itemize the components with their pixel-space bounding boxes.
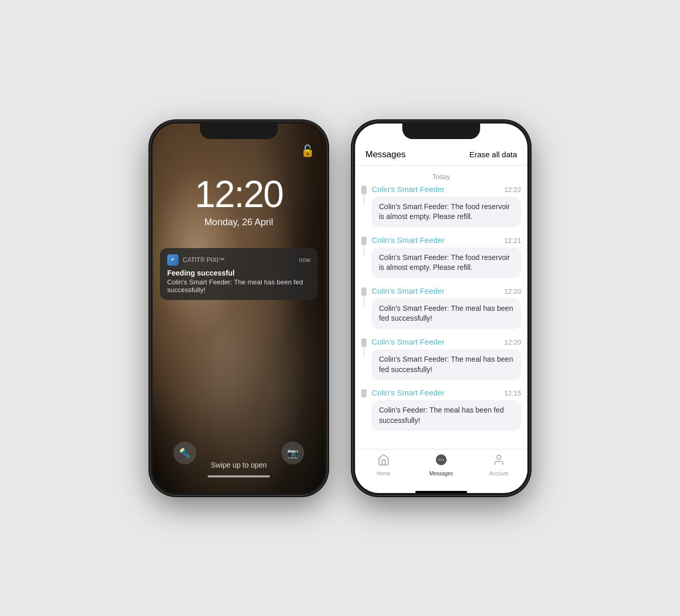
home-indicator bbox=[208, 475, 270, 477]
message-sender-row: Colin's Smart Feeder 12:21 bbox=[372, 236, 521, 244]
notification-header: P CATIT® PIXI™ now bbox=[167, 254, 310, 266]
timeline-connector-2 bbox=[361, 236, 366, 255]
message-content-1: Colin's Smart Feeder 12:22 Colin's Smart… bbox=[372, 185, 521, 227]
timeline-dot bbox=[361, 389, 366, 398]
home-indicator-messages bbox=[415, 491, 467, 493]
message-content-4: Colin's Smart Feeder 12:20 Colin's Smart… bbox=[372, 337, 521, 380]
nav-messages[interactable]: Messages bbox=[413, 454, 470, 476]
timeline-dot bbox=[361, 338, 366, 347]
nav-home[interactable]: Home bbox=[355, 454, 413, 476]
svg-point-4 bbox=[497, 455, 501, 459]
message-sender: Colin's Smart Feeder bbox=[372, 337, 444, 346]
timeline-line bbox=[363, 347, 364, 357]
message-bubble: Colin's Feeder: The meal has been fed su… bbox=[372, 400, 521, 431]
message-sender-row: Colin's Smart Feeder 12:20 bbox=[372, 286, 521, 295]
messages-nav-icon bbox=[435, 454, 447, 469]
phones-container: 🔓 12:20 Monday, 26 April P CATIT® PIXI™ bbox=[0, 0, 680, 616]
message-item: Colin's Smart Feeder 12:21 Colin's Smart… bbox=[361, 236, 521, 278]
home-nav-label: Home bbox=[377, 471, 391, 476]
notif-app-info: P CATIT® PIXI™ bbox=[167, 254, 225, 266]
lock-date: Monday, 26 April bbox=[153, 217, 325, 228]
message-item: Colin's Smart Feeder 12:15 Colin's Feede… bbox=[361, 388, 521, 431]
message-time: 12:21 bbox=[504, 237, 521, 244]
notif-body: Colin's Smart Feeder: The meal has been … bbox=[167, 278, 310, 294]
message-sender: Colin's Smart Feeder bbox=[372, 388, 444, 397]
timeline-dot bbox=[361, 237, 366, 245]
message-time: 12:22 bbox=[504, 186, 521, 194]
message-sender: Colin's Smart Feeder bbox=[372, 185, 444, 194]
message-sender-row: Colin's Smart Feeder 12:20 bbox=[372, 337, 521, 346]
message-bubble: Colin's Smart Feeder: The food reservoir… bbox=[372, 197, 521, 227]
timeline-dot bbox=[361, 186, 366, 194]
lockscreen: 🔓 12:20 Monday, 26 April P CATIT® PIXI™ bbox=[153, 124, 325, 493]
messages-list: Colin's Smart Feeder 12:22 Colin's Smart… bbox=[355, 185, 527, 449]
message-time: 12:15 bbox=[504, 389, 521, 397]
svg-point-2 bbox=[441, 459, 442, 460]
notif-app-icon: P bbox=[167, 254, 179, 266]
timeline-connector-4 bbox=[361, 337, 366, 357]
timeline-dot bbox=[361, 288, 366, 296]
messages-title: Messages bbox=[365, 149, 405, 160]
swipe-up-text: Swipe up to open bbox=[153, 461, 325, 469]
message-sender-row: Colin's Smart Feeder 12:22 bbox=[372, 185, 521, 194]
message-time: 12:20 bbox=[504, 288, 521, 295]
message-sender: Colin's Smart Feeder bbox=[372, 286, 444, 295]
lockscreen-time-area: 12:20 Monday, 26 April bbox=[153, 175, 325, 228]
message-content-3: Colin's Smart Feeder 12:20 Colin's Smart… bbox=[372, 286, 521, 329]
lock-time: 12:20 bbox=[153, 175, 325, 213]
message-bubble: Colin's Smart Feeder: The meal has been … bbox=[372, 298, 521, 329]
message-bubble: Colin's Smart Feeder: The food reservoir… bbox=[372, 248, 521, 278]
notch bbox=[200, 124, 278, 139]
unlock-icon: 🔓 bbox=[301, 144, 315, 158]
nav-account[interactable]: Account bbox=[470, 454, 527, 476]
timeline-line bbox=[363, 194, 364, 204]
svg-point-1 bbox=[439, 459, 440, 460]
message-content-5: Colin's Smart Feeder 12:15 Colin's Feede… bbox=[372, 388, 521, 431]
message-content-2: Colin's Smart Feeder 12:21 Colin's Smart… bbox=[372, 236, 521, 278]
notif-time: now bbox=[299, 256, 310, 264]
messages-nav-label: Messages bbox=[429, 471, 453, 476]
erase-all-button[interactable]: Erase all data bbox=[469, 150, 517, 159]
phone-lockscreen: 🔓 12:20 Monday, 26 April P CATIT® PIXI™ bbox=[151, 121, 327, 495]
message-item: Colin's Smart Feeder 12:20 Colin's Smart… bbox=[361, 337, 521, 380]
account-nav-label: Account bbox=[489, 471, 508, 476]
bottom-nav: Home Messages bbox=[355, 449, 527, 489]
messages-screen: Messages Erase all data Today bbox=[355, 124, 527, 493]
message-sender-row: Colin's Smart Feeder 12:15 bbox=[372, 388, 521, 397]
notch-right bbox=[402, 124, 480, 139]
notif-title: Feeding successful bbox=[167, 269, 310, 277]
notif-app-icon-text: P bbox=[171, 257, 174, 262]
timeline-line bbox=[363, 245, 364, 255]
notification-banner[interactable]: P CATIT® PIXI™ now Feeding successful Co… bbox=[160, 248, 318, 300]
message-bubble: Colin's Smart Feeder: The meal has been … bbox=[372, 349, 521, 380]
timeline-connector-5 bbox=[361, 388, 366, 398]
message-item: Colin's Smart Feeder 12:22 Colin's Smart… bbox=[361, 185, 521, 227]
timeline-connector-1 bbox=[361, 185, 366, 204]
notif-app-name: CATIT® PIXI™ bbox=[183, 256, 225, 264]
timeline-line bbox=[363, 296, 364, 306]
message-sender: Colin's Smart Feeder bbox=[372, 236, 444, 244]
lockscreen-bottom: Swipe up to open bbox=[153, 461, 325, 477]
account-nav-icon bbox=[493, 454, 505, 469]
timeline-connector-3 bbox=[361, 286, 366, 306]
svg-point-3 bbox=[443, 459, 444, 460]
phone-messages: Messages Erase all data Today bbox=[353, 121, 529, 495]
message-time: 12:20 bbox=[504, 338, 521, 346]
home-nav-icon bbox=[377, 454, 390, 469]
message-item: Colin's Smart Feeder 12:20 Colin's Smart… bbox=[361, 286, 521, 329]
messages-date-label: Today bbox=[355, 166, 527, 185]
